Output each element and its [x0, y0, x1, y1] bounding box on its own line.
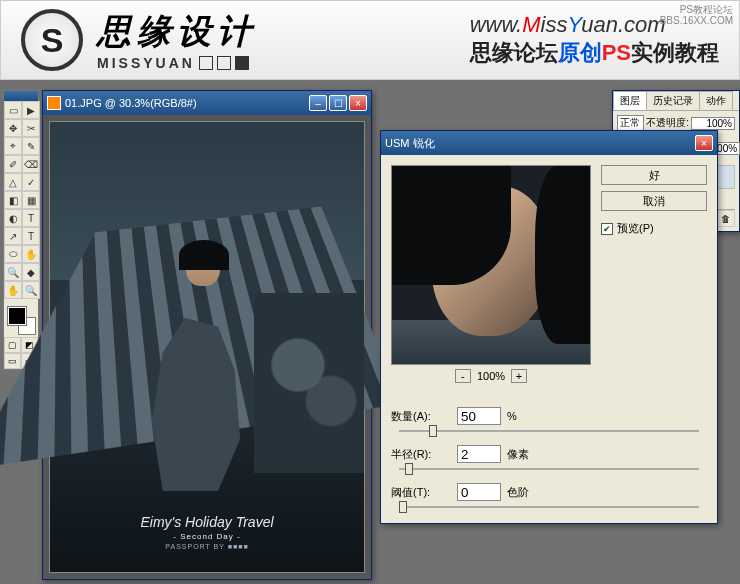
zoom-in-button[interactable]: +: [511, 369, 527, 383]
tool-eraser[interactable]: ◧: [4, 191, 22, 209]
amount-slider[interactable]: [399, 425, 699, 437]
tool-pen[interactable]: ⬭: [4, 245, 22, 263]
brand-cn: 思缘设计: [97, 9, 257, 55]
threshold-field[interactable]: [457, 483, 501, 501]
ok-button[interactable]: 好: [601, 165, 707, 185]
tool-hand[interactable]: ✋: [4, 281, 22, 299]
tool-history-brush[interactable]: ✓: [22, 173, 40, 191]
toolbox-panel: ▭ ▶ ✥ ✂ ⌖ ✎ ✐ ⌫ △ ✓ ◧ ▦ ◐ T ↗ T ⬭ ✋ 🔍 ◆ …: [3, 90, 39, 370]
amount-field[interactable]: [457, 407, 501, 425]
document-window: 01.JPG @ 30.3%(RGB/8#) – ☐ × Eimy's Holi…: [42, 90, 372, 580]
toolbox-header[interactable]: [4, 91, 38, 101]
usm-close-button[interactable]: ×: [695, 135, 713, 151]
site-banner: S 思缘设计 MISSYUAN www.MissYuan.com 思缘论坛原创P…: [0, 0, 740, 80]
document-canvas[interactable]: Eimy's Holiday Travel - Second Day - PAS…: [43, 115, 371, 579]
tool-eyedrop[interactable]: ◆: [22, 263, 40, 281]
panel-tabs: 图层 历史记录 动作: [613, 91, 739, 111]
tab-history[interactable]: 历史记录: [646, 91, 700, 110]
minimize-button[interactable]: –: [309, 95, 327, 111]
radius-field[interactable]: [457, 445, 501, 463]
tool-blur[interactable]: ◐: [4, 209, 22, 227]
trash-icon[interactable]: 🗑: [715, 210, 735, 227]
tool-heal[interactable]: ✐: [4, 155, 22, 173]
tool-stamp[interactable]: △: [4, 173, 22, 191]
square-empty-icon: [217, 56, 231, 70]
close-button[interactable]: ×: [349, 95, 367, 111]
usm-title: USM 锐化: [385, 136, 695, 151]
radius-unit: 像素: [507, 447, 537, 462]
usm-dialog: USM 锐化 × - 100% + 好 取消 ✔ 预览(P): [380, 130, 718, 524]
square-filled-icon: [235, 56, 249, 70]
tagline: 思缘论坛原创PS实例教程: [470, 38, 719, 68]
document-title: 01.JPG @ 30.3%(RGB/8#): [65, 97, 309, 109]
threshold-slider[interactable]: [399, 501, 699, 513]
brand-block: 思缘设计 MISSYUAN: [97, 9, 257, 71]
tool-lasso[interactable]: ✥: [4, 119, 22, 137]
mode-standard[interactable]: ▢: [4, 337, 21, 353]
tool-grid: ▭ ▶ ✥ ✂ ⌖ ✎ ✐ ⌫ △ ✓ ◧ ▦ ◐ T ↗ T ⬭ ✋ 🔍 ◆ …: [4, 101, 38, 299]
zoom-value: 100%: [477, 370, 505, 382]
amount-label: 数量(A):: [391, 409, 451, 424]
color-swatch[interactable]: [4, 303, 38, 337]
tool-shape[interactable]: ✋: [22, 245, 40, 263]
preview-checkbox[interactable]: ✔: [601, 223, 613, 235]
tool-notes[interactable]: 🔍: [4, 263, 22, 281]
zoom-out-button[interactable]: -: [455, 369, 471, 383]
screenmode-1[interactable]: ▭: [4, 353, 21, 369]
cancel-button[interactable]: 取消: [601, 191, 707, 211]
tool-brush[interactable]: ⌫: [22, 155, 40, 173]
maximize-button[interactable]: ☐: [329, 95, 347, 111]
amount-unit: %: [507, 410, 537, 422]
image-overlay-text: Eimy's Holiday Travel - Second Day - PAS…: [50, 514, 364, 550]
tool-slice[interactable]: ✎: [22, 137, 40, 155]
ps-file-icon: [47, 96, 61, 110]
watermark: PS教程论坛 BBS.16XX.COM: [660, 4, 733, 26]
opacity-field[interactable]: 100%: [691, 117, 735, 130]
brand-en: MISSYUAN: [97, 55, 257, 71]
threshold-unit: 色阶: [507, 485, 537, 500]
tab-layers[interactable]: 图层: [613, 91, 647, 110]
radius-label: 半径(R):: [391, 447, 451, 462]
usm-titlebar[interactable]: USM 锐化 ×: [381, 131, 717, 155]
site-logo: S: [21, 9, 83, 71]
usm-preview[interactable]: [391, 165, 591, 365]
tool-crop[interactable]: ⌖: [4, 137, 22, 155]
radius-slider[interactable]: [399, 463, 699, 475]
tool-zoom[interactable]: 🔍: [22, 281, 40, 299]
preview-label: 预览(P): [617, 221, 654, 236]
tool-wand[interactable]: ✂: [22, 119, 40, 137]
brand-en-text: MISSYUAN: [97, 55, 195, 71]
tool-gradient[interactable]: ▦: [22, 191, 40, 209]
tool-move[interactable]: ▶: [22, 101, 40, 119]
tab-actions[interactable]: 动作: [699, 91, 733, 110]
tool-type[interactable]: T: [22, 227, 40, 245]
document-titlebar[interactable]: 01.JPG @ 30.3%(RGB/8#) – ☐ ×: [43, 91, 371, 115]
threshold-label: 阈值(T):: [391, 485, 451, 500]
foreground-color-icon[interactable]: [8, 307, 26, 325]
image-model: [138, 244, 276, 492]
opacity-label: 不透明度:: [646, 116, 689, 130]
document-image: Eimy's Holiday Travel - Second Day - PAS…: [49, 121, 365, 573]
square-empty-icon: [199, 56, 213, 70]
blend-mode-select[interactable]: 正常: [617, 115, 644, 131]
tool-dodge[interactable]: T: [22, 209, 40, 227]
tool-path[interactable]: ↗: [4, 227, 22, 245]
tool-marquee[interactable]: ▭: [4, 101, 22, 119]
